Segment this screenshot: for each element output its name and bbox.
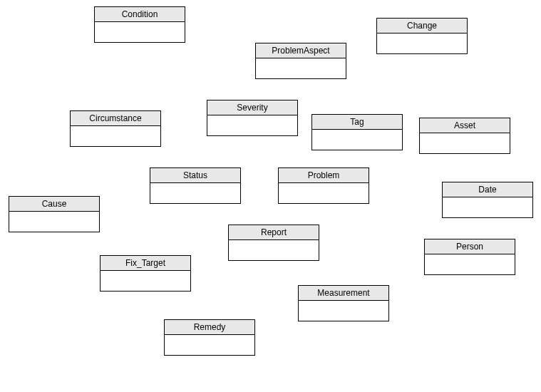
class-body-fix_target: [101, 271, 190, 291]
class-header-cause: Cause: [9, 197, 99, 212]
class-body-tag: [312, 130, 402, 150]
class-header-severity: Severity: [207, 100, 297, 115]
class-body-change: [377, 33, 467, 53]
class-box-fix_target: Fix_Target: [100, 255, 191, 292]
class-box-measurement: Measurement: [298, 285, 389, 321]
class-box-date: Date: [442, 182, 533, 218]
class-box-remedy: Remedy: [164, 319, 255, 356]
class-body-problem: [279, 183, 369, 203]
class-box-report: Report: [228, 225, 319, 261]
class-box-status: Status: [150, 167, 241, 204]
class-header-status: Status: [150, 168, 240, 183]
class-box-asset: Asset: [419, 118, 510, 154]
class-header-report: Report: [229, 225, 319, 240]
class-header-measurement: Measurement: [299, 286, 388, 301]
class-body-problemaspect: [256, 58, 346, 78]
class-header-change: Change: [377, 19, 467, 33]
class-header-problemaspect: ProblemAspect: [256, 43, 346, 58]
class-body-person: [425, 254, 515, 274]
class-body-circumstance: [71, 126, 160, 146]
class-box-cause: Cause: [9, 196, 100, 232]
class-box-change: Change: [376, 18, 468, 54]
class-header-asset: Asset: [420, 118, 510, 133]
class-header-condition: Condition: [95, 7, 185, 22]
class-header-fix_target: Fix_Target: [101, 256, 190, 271]
class-header-problem: Problem: [279, 168, 369, 183]
class-header-date: Date: [443, 182, 532, 197]
class-header-person: Person: [425, 239, 515, 254]
class-body-status: [150, 183, 240, 203]
class-box-circumstance: Circumstance: [70, 110, 161, 147]
class-body-asset: [420, 133, 510, 153]
class-box-condition: Condition: [94, 6, 185, 43]
class-header-tag: Tag: [312, 115, 402, 130]
class-body-remedy: [165, 335, 254, 355]
class-body-date: [443, 197, 532, 217]
class-body-condition: [95, 22, 185, 42]
class-header-remedy: Remedy: [165, 320, 254, 335]
class-box-problemaspect: ProblemAspect: [255, 43, 346, 79]
class-body-severity: [207, 115, 297, 135]
class-body-report: [229, 240, 319, 260]
class-box-severity: Severity: [207, 100, 298, 136]
class-box-tag: Tag: [311, 114, 403, 150]
class-header-circumstance: Circumstance: [71, 111, 160, 126]
class-box-person: Person: [424, 239, 515, 275]
class-body-measurement: [299, 301, 388, 321]
class-box-problem: Problem: [278, 167, 369, 204]
class-body-cause: [9, 212, 99, 232]
